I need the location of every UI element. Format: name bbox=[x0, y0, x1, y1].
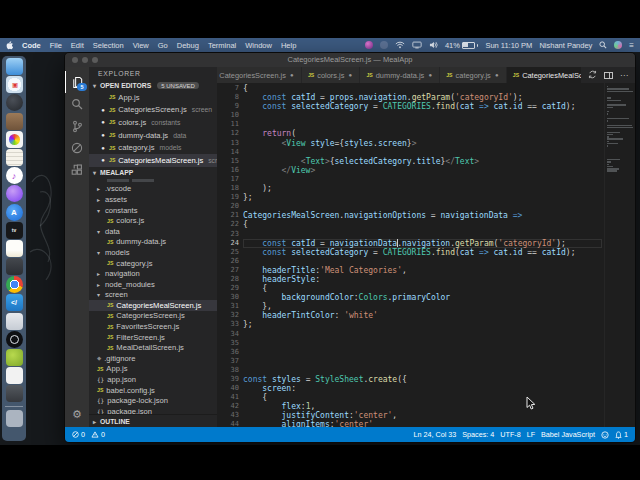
open-editor-item[interactable]: ●JSCategoriesScreen.jsscreen bbox=[89, 104, 217, 117]
code-pane[interactable]: { const catId = props.navigation.getPara… bbox=[243, 83, 604, 427]
display-mirroring-icon[interactable] bbox=[412, 41, 422, 49]
status-app-icon[interactable] bbox=[365, 41, 373, 49]
code-line[interactable]: backgroundColor:Colors.primaryColor bbox=[243, 293, 604, 302]
code-line[interactable] bbox=[243, 175, 604, 184]
screenshot-icon[interactable] bbox=[6, 258, 23, 275]
contacts-icon[interactable] bbox=[6, 113, 23, 130]
code-line[interactable]: <Text>{selectedCategory.title}</Text> bbox=[243, 157, 604, 166]
code-line[interactable] bbox=[243, 230, 604, 239]
split-editor-icon[interactable] bbox=[604, 72, 613, 79]
code-line[interactable]: const catId = navigationData.navigation.… bbox=[243, 239, 604, 248]
menu-item-debug[interactable]: Debug bbox=[177, 41, 199, 50]
tab-categoriesscreen-js[interactable]: JSCategoriesScreen.js● bbox=[204, 67, 302, 83]
menu-item-go[interactable]: Go bbox=[158, 41, 168, 50]
explorer-icon[interactable]: 5 bbox=[65, 71, 89, 93]
code-line[interactable]: }, bbox=[243, 302, 604, 311]
code-line[interactable] bbox=[243, 148, 604, 157]
obs-icon[interactable] bbox=[6, 331, 23, 348]
open-editor-item[interactable]: ●JSdummy-data.jsdata bbox=[89, 129, 217, 142]
code-line[interactable]: flex:1, bbox=[243, 402, 604, 411]
menu-item-help[interactable]: Help bbox=[281, 41, 296, 50]
indentation[interactable]: Spaces: 4 bbox=[462, 430, 494, 439]
wifi-icon[interactable] bbox=[395, 41, 405, 49]
encoding[interactable]: UTF-8 bbox=[500, 430, 520, 439]
code-line[interactable]: <View style={styles.screen}> bbox=[243, 139, 604, 148]
code-line[interactable] bbox=[243, 366, 604, 375]
menu-item-edit[interactable]: Edit bbox=[71, 41, 84, 50]
tab-colors-js[interactable]: JScolors.js● bbox=[302, 67, 360, 83]
tree-folder-screen[interactable]: ▾screen bbox=[89, 290, 217, 301]
menu-item-terminal[interactable]: Terminal bbox=[208, 41, 236, 50]
menu-item-file[interactable]: File bbox=[50, 41, 62, 50]
warnings-indicator[interactable]: 0 bbox=[91, 430, 105, 439]
code-line[interactable]: ); bbox=[243, 184, 604, 193]
code-line[interactable]: { bbox=[243, 220, 604, 229]
open-editors-header[interactable]: ▾ OPEN EDITORS 5 UNSAVED bbox=[89, 80, 217, 91]
trash-icon[interactable] bbox=[6, 410, 23, 427]
app-store-icon[interactable]: A bbox=[6, 204, 23, 221]
vscode-icon[interactable]: </ bbox=[6, 294, 23, 311]
tree-file-categoriesscreen-js[interactable]: JSCategoriesScreen.js bbox=[89, 311, 217, 322]
open-editor-item[interactable]: JSApp.js bbox=[89, 91, 217, 104]
code-line[interactable]: justifyContent:'center', bbox=[243, 411, 604, 420]
menu-item-view[interactable]: View bbox=[133, 41, 149, 50]
zoom-window-button[interactable] bbox=[92, 57, 98, 63]
spotlight-search-icon[interactable] bbox=[599, 41, 607, 49]
status-app2-icon[interactable] bbox=[380, 41, 388, 49]
tree-folder-data[interactable]: ▾data bbox=[89, 226, 217, 237]
language-mode[interactable]: Babel JavaScript bbox=[541, 430, 595, 439]
tree-file-app-json[interactable]: {}app.json bbox=[89, 374, 217, 385]
code-line[interactable]: screen: bbox=[243, 384, 604, 393]
siri-icon[interactable] bbox=[614, 41, 622, 49]
code-line[interactable]: }; bbox=[243, 193, 604, 202]
errors-indicator[interactable]: 0 bbox=[72, 430, 85, 439]
code-line[interactable] bbox=[243, 348, 604, 357]
code-line[interactable] bbox=[243, 202, 604, 211]
menu-item-selection[interactable]: Selection bbox=[93, 41, 124, 50]
android-icon[interactable] bbox=[6, 349, 23, 366]
code-line[interactable]: const selectedCategory = CATEGORIES.find… bbox=[243, 248, 604, 257]
tab-category-js[interactable]: JScategory.js● bbox=[440, 67, 507, 83]
dark-app-icon[interactable] bbox=[6, 94, 23, 111]
extensions-icon[interactable] bbox=[65, 159, 89, 181]
feedback-smiley-icon[interactable] bbox=[601, 431, 609, 439]
downloads-icon[interactable] bbox=[6, 385, 23, 402]
tree-folder--vscode[interactable]: ▸.vscode bbox=[89, 184, 217, 195]
menu-clock[interactable]: Sun 11:10 PM bbox=[485, 41, 532, 50]
open-editor-item[interactable]: ●JScolors.jsconstants bbox=[89, 116, 217, 129]
tree-file-colors-js[interactable]: JScolors.js bbox=[89, 215, 217, 226]
chrome-icon[interactable] bbox=[6, 276, 23, 293]
outline-section-header[interactable]: ▸ OUTLINE bbox=[89, 414, 217, 427]
code-line[interactable]: </View> bbox=[243, 166, 604, 175]
textedit-icon[interactable] bbox=[6, 240, 23, 257]
preview-icon[interactable] bbox=[6, 313, 23, 330]
tree-file-mealdetailscreen-js[interactable]: JSMealDetailScreen.js bbox=[89, 342, 217, 353]
tree-folder-node-modules[interactable]: ▸node_modules bbox=[89, 279, 217, 290]
code-line[interactable]: { bbox=[243, 284, 604, 293]
tab-categoriesmealscreen-js[interactable]: JSCategoriesMealScreen.js● bbox=[507, 67, 581, 83]
tree-file-categoriesmealscreen-js[interactable]: JSCategoriesMealScreen.js bbox=[89, 300, 217, 311]
code-line[interactable] bbox=[243, 257, 604, 266]
code-line[interactable]: alignItems:'center' bbox=[243, 420, 604, 427]
open-editor-item[interactable]: ●JScategory.jsmodels bbox=[89, 141, 217, 154]
code-line[interactable]: { bbox=[243, 393, 604, 402]
code-editor[interactable]: 7891011121314151617181920212223242526272… bbox=[217, 83, 635, 427]
eol-sequence[interactable]: LF bbox=[527, 430, 535, 439]
tree-folder-navigation[interactable]: ▸navigation bbox=[89, 268, 217, 279]
menu-item-code[interactable]: Code bbox=[22, 41, 41, 50]
tree-file-package-lock-json[interactable]: {}package-lock.json bbox=[89, 395, 217, 406]
code-line[interactable] bbox=[243, 339, 604, 348]
tree-folder-models[interactable]: ▾models bbox=[89, 247, 217, 258]
source-control-icon[interactable] bbox=[65, 115, 89, 137]
music-icon[interactable]: ♪ bbox=[6, 167, 23, 184]
debug-icon[interactable] bbox=[65, 137, 89, 159]
code-line[interactable] bbox=[243, 111, 604, 120]
tree-file--gitignore[interactable]: ◆.gitignore bbox=[89, 353, 217, 364]
code-line[interactable]: const selectedCategory = CATEGORIES.find… bbox=[243, 102, 604, 111]
tab-dummy-data-js[interactable]: JSdummy-data.js● bbox=[360, 67, 440, 83]
apple-menu-icon[interactable] bbox=[6, 41, 13, 50]
code-line[interactable]: const catId = props.navigation.getParam(… bbox=[243, 93, 604, 102]
document-icon[interactable] bbox=[6, 367, 23, 384]
code-line[interactable]: { bbox=[243, 84, 604, 93]
finder-icon[interactable] bbox=[6, 58, 23, 75]
